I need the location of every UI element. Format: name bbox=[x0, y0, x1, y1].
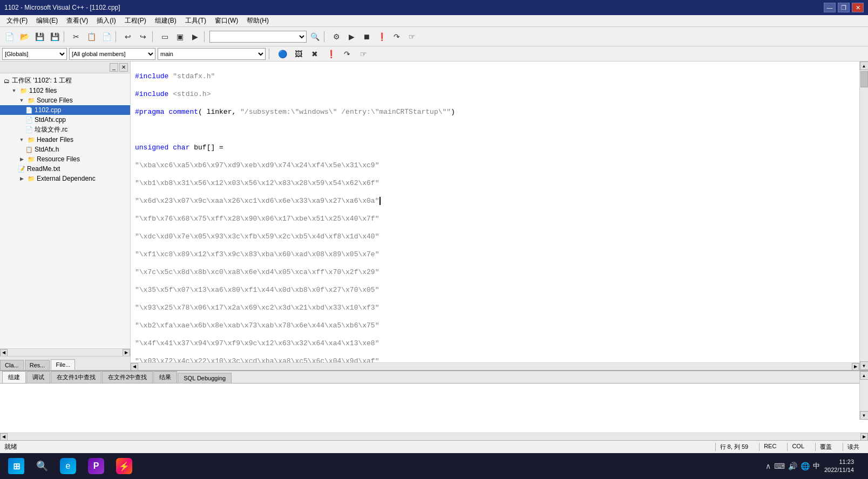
tray-keyboard[interactable]: ⌨ bbox=[774, 462, 785, 470]
hscroll-track[interactable] bbox=[8, 350, 123, 356]
tree-external-deps[interactable]: 📁 External Dependenc bbox=[0, 174, 130, 183]
toolbar2-btn6[interactable]: ☞ bbox=[356, 47, 370, 61]
tree-rc-file[interactable]: 📄 垃圾文件.rc bbox=[0, 125, 130, 135]
tree-stdafx-h[interactable]: 📋 StdAfx.h bbox=[0, 145, 130, 154]
tree-resource-files-folder[interactable]: 📁 Resource Files bbox=[0, 154, 130, 164]
open-file-button[interactable]: 📂 bbox=[17, 30, 31, 44]
bottom-hscroll-track[interactable] bbox=[8, 434, 860, 440]
bscroll-up[interactable]: ▲ bbox=[860, 371, 869, 380]
tree-source-files-folder[interactable]: 📁 Source Files bbox=[0, 95, 130, 105]
code-hscroll-track[interactable] bbox=[138, 364, 852, 370]
menu-item-V[interactable]: 查看(V) bbox=[62, 15, 92, 26]
taskbar-clock[interactable]: 11:23 2022/11/14 bbox=[824, 458, 854, 475]
find-button[interactable]: 🔍 bbox=[308, 30, 322, 44]
code-hscroll[interactable]: ◀ ▶ bbox=[131, 362, 859, 370]
hscroll-left-arrow[interactable]: ◀ bbox=[0, 349, 8, 357]
bscroll-down[interactable]: ▼ bbox=[860, 411, 869, 420]
code-hscroll-right[interactable]: ▶ bbox=[852, 363, 859, 371]
search-button[interactable]: 🔍 bbox=[32, 456, 52, 476]
bottom-hscroll-left[interactable]: ◀ bbox=[0, 433, 8, 441]
menu-item-T[interactable]: 工具(T) bbox=[181, 15, 211, 26]
vscroll-track[interactable] bbox=[860, 70, 868, 361]
tree-stdafx-cpp[interactable]: 📄 StdAfx.cpp bbox=[0, 115, 130, 125]
tree-1102-cpp[interactable]: 📄 1102.cpp bbox=[0, 105, 130, 115]
hscroll-right-arrow[interactable]: ▶ bbox=[123, 349, 130, 357]
cut-button[interactable]: ✂ bbox=[69, 30, 83, 44]
tray-up-arrow[interactable]: ∧ bbox=[765, 462, 771, 470]
combo-search[interactable] bbox=[209, 31, 307, 43]
function-combo[interactable]: main bbox=[158, 48, 266, 60]
tree-ext-deps-label: External Dependenc bbox=[37, 175, 96, 182]
tray-lang[interactable]: 中 bbox=[813, 461, 820, 471]
close-button[interactable]: ✕ bbox=[852, 3, 864, 12]
taskbar-edge-app[interactable]: e bbox=[56, 454, 80, 478]
ext-deps-expand-icon bbox=[17, 174, 26, 183]
tree-readme[interactable]: 📝 ReadMe.txt bbox=[0, 164, 130, 174]
vscroll-up-arrow[interactable]: ▲ bbox=[860, 61, 869, 70]
start-button[interactable]: ⊞ bbox=[4, 454, 28, 478]
panel-minimize-btn[interactable]: _ bbox=[110, 63, 118, 72]
left-panel-hscroll[interactable]: ◀ ▶ bbox=[0, 348, 130, 356]
tray-volume[interactable]: 🔊 bbox=[788, 462, 797, 470]
restore-button[interactable]: ❐ bbox=[838, 3, 850, 12]
bottom-vscroll[interactable]: ▲ ▼ bbox=[859, 371, 868, 420]
tree-workspace[interactable]: 🗂 工作区 '1102': 1 工程 bbox=[0, 76, 130, 86]
debug-run-button[interactable]: ▶ bbox=[344, 30, 358, 44]
code-hscroll-left[interactable]: ◀ bbox=[131, 363, 138, 371]
tab-fileview[interactable]: File... bbox=[51, 359, 75, 370]
tree-header-files-folder[interactable]: 📁 Header Files bbox=[0, 135, 130, 145]
toolbar2-btn1[interactable]: 🔵 bbox=[275, 47, 289, 61]
panel-close-btn[interactable]: ✕ bbox=[119, 63, 128, 72]
vscroll-thumb[interactable] bbox=[860, 71, 868, 87]
toolbar2-btn3[interactable]: ✖ bbox=[308, 47, 322, 61]
menu-item-F[interactable]: 文件(F) bbox=[2, 15, 32, 26]
menu-item-B[interactable]: 组建(B) bbox=[151, 15, 181, 26]
tab-find2[interactable]: 在文件2中查找 bbox=[102, 371, 153, 383]
save-button[interactable]: 💾 bbox=[32, 30, 46, 44]
tab-results[interactable]: 结果 bbox=[153, 371, 177, 383]
bottom-hscroll-right[interactable]: ▶ bbox=[860, 433, 868, 441]
debug-stop-button[interactable]: ⏹ bbox=[360, 30, 374, 44]
menu-item-H[interactable]: 帮助(H) bbox=[242, 15, 273, 26]
debug-button[interactable]: ▶ bbox=[188, 30, 202, 44]
menu-item-I[interactable]: 插入(I) bbox=[92, 15, 120, 26]
menu-item-P[interactable]: 工程(P) bbox=[120, 15, 151, 26]
redo-button[interactable]: ↪ bbox=[136, 30, 150, 44]
bscroll-track[interactable] bbox=[860, 380, 868, 411]
taskbar-w-app[interactable]: ⚡ bbox=[112, 454, 136, 478]
copy-button[interactable]: 📋 bbox=[84, 30, 98, 44]
menu-item-E[interactable]: 编辑(E) bbox=[32, 15, 62, 26]
scope-combo[interactable]: [Globals] bbox=[2, 48, 67, 60]
undo-button[interactable]: ↩ bbox=[121, 30, 135, 44]
tab-debug[interactable]: 调试 bbox=[26, 371, 50, 383]
vscroll-down-arrow[interactable]: ▼ bbox=[860, 361, 869, 370]
debug-step-button[interactable]: ↷ bbox=[390, 30, 404, 44]
toolbar2-btn2[interactable]: 🖼 bbox=[291, 47, 306, 61]
members-combo[interactable]: [All global members] bbox=[69, 48, 155, 60]
debug-cursor-button[interactable]: ☞ bbox=[405, 30, 419, 44]
toolbar2-btn4[interactable]: ❗ bbox=[324, 47, 338, 61]
paste-button[interactable]: 📄 bbox=[99, 30, 113, 44]
tab-build[interactable]: 组建 bbox=[2, 371, 26, 383]
separator-1 bbox=[64, 31, 67, 42]
tab-classview[interactable]: Cla... bbox=[0, 360, 24, 370]
debug-tools-button[interactable]: ⚙ bbox=[329, 30, 343, 44]
debug-break-button[interactable]: ❗ bbox=[375, 30, 389, 44]
save-all-button[interactable]: 💾 bbox=[48, 30, 62, 44]
taskbar-ppt-app[interactable]: P bbox=[84, 454, 108, 478]
bottom-hscroll[interactable]: ◀ ▶ bbox=[0, 433, 868, 440]
new-file-button[interactable]: 📄 bbox=[2, 30, 16, 44]
tray-network[interactable]: 🌐 bbox=[801, 462, 810, 470]
show-desktop-button[interactable] bbox=[858, 454, 864, 478]
tab-sql-debugging[interactable]: SQL Debugging bbox=[178, 373, 232, 383]
compile-button[interactable]: ▭ bbox=[158, 30, 172, 44]
menu-item-W[interactable]: 窗口(W) bbox=[211, 15, 242, 26]
build-button[interactable]: ▣ bbox=[173, 30, 187, 44]
toolbar2-btn5[interactable]: ↷ bbox=[340, 47, 354, 61]
right-scrollbar[interactable]: ▲ ▼ bbox=[859, 61, 868, 370]
minimize-button[interactable]: — bbox=[824, 3, 836, 12]
code-editor[interactable]: #include "stdafx.h" #include <stdio.h> #… bbox=[131, 61, 859, 362]
tree-project[interactable]: 📁 1102 files bbox=[0, 86, 130, 95]
tab-find1[interactable]: 在文件1中查找 bbox=[51, 371, 101, 383]
tab-resourceview[interactable]: Res... bbox=[25, 360, 50, 370]
